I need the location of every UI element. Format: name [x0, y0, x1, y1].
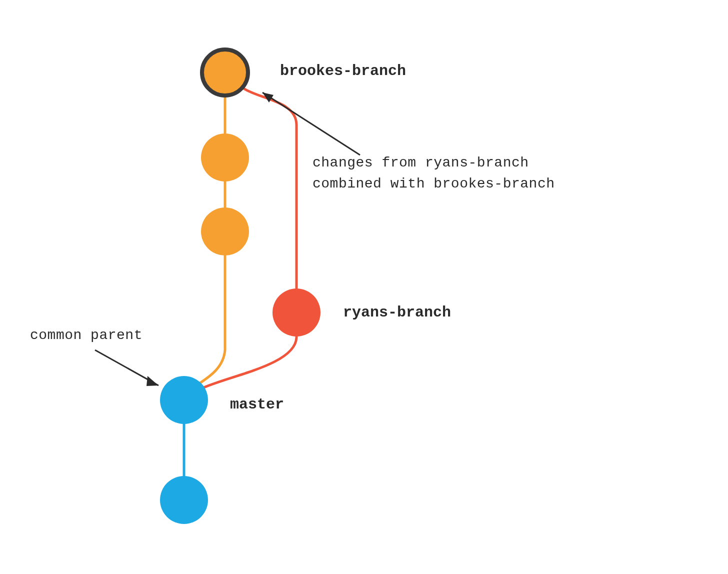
- brookes-branch-label: brookes-branch: [280, 62, 406, 80]
- master-commit-2: [160, 476, 208, 524]
- parent-arrow-head: [146, 376, 158, 386]
- ryans-branch-path-upper: [235, 78, 296, 310]
- merge-arrow-line: [262, 92, 360, 155]
- ryans-commit: [272, 288, 320, 336]
- merge-text-2b: brookes-branch: [434, 176, 554, 192]
- master-commit-1: [160, 376, 208, 424]
- merge-text-1b: ryans-branch: [425, 155, 529, 170]
- ryans-branch-label: ryans-branch: [343, 304, 451, 321]
- brookes-commit-2: [201, 134, 249, 182]
- master-label: master: [230, 396, 284, 413]
- brookes-merge-commit: [202, 50, 248, 96]
- brookes-commit-1: [201, 208, 249, 256]
- common-parent-annotation: common parent: [30, 328, 142, 343]
- git-branch-diagram: [0, 0, 728, 574]
- merge-text-1a: changes from: [312, 155, 425, 170]
- merge-annotation: changes from ryans-branch combined with …: [312, 152, 555, 194]
- merge-text-2a: combined with: [312, 176, 434, 192]
